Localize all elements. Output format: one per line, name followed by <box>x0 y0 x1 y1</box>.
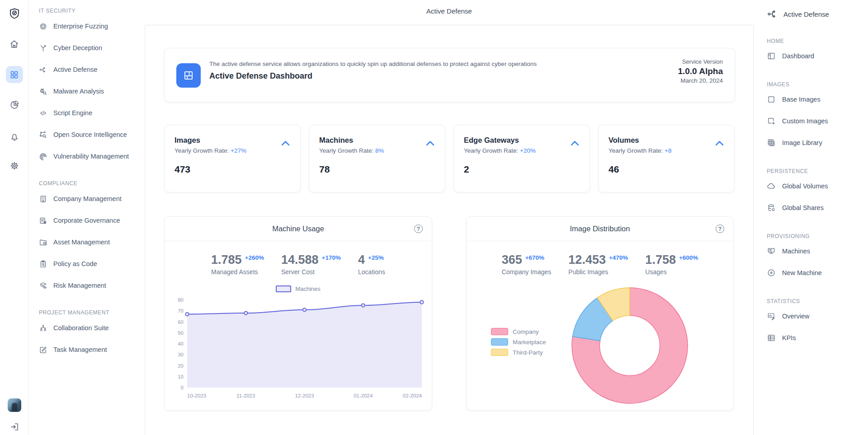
stat-value: 46 <box>609 164 724 175</box>
nav-item-image-library[interactable]: Image Library <box>764 132 864 154</box>
bullseye-icon <box>39 22 47 31</box>
table-icon <box>767 333 776 342</box>
help-icon[interactable]: ? <box>414 225 423 233</box>
legend-swatch-company <box>491 328 508 335</box>
machine-usage-kpis: 1.785+260% Managed Assets 14.588+170% Se… <box>165 253 432 276</box>
section-title-images: IMAGES <box>764 80 864 89</box>
stat-growth: Yearly Growth Rate: +27% <box>175 147 290 154</box>
legend-swatch-marketplace <box>491 338 508 346</box>
sidebar-item-enterprise-fuzzing[interactable]: Enterprise Fuzzing <box>39 15 145 37</box>
kpi-locations: 4+25% Locations <box>358 253 385 276</box>
sidebar-item-cyber-deception[interactable]: Cyber Deception <box>39 37 145 59</box>
sidebar-item-company-management[interactable]: Company Management <box>39 188 145 210</box>
sidebar-item-active-defense[interactable]: Active Defense <box>39 59 145 80</box>
sidebar-item-risk-management[interactable]: Risk Management <box>39 275 145 296</box>
svg-text:01-2024: 01-2024 <box>354 393 373 398</box>
section-title-provisioning: PROVISIONING <box>764 232 864 240</box>
nav-item-machines[interactable]: Machines <box>764 240 864 262</box>
layout-icon <box>767 51 776 61</box>
square-icon <box>767 95 776 104</box>
overview-description: The active defense service allows organi… <box>209 61 537 67</box>
svg-text:80: 80 <box>178 297 184 303</box>
sidebar-item-malware-analysis[interactable]: Malware Analysis <box>39 80 145 102</box>
flow-branch-icon <box>767 8 778 20</box>
nav-item-dashboard[interactable]: Dashboard <box>764 45 864 67</box>
code-icon <box>39 109 47 117</box>
section-title-home: HOME <box>764 37 864 45</box>
user-avatar[interactable] <box>8 398 21 412</box>
machines-area-chart: 0102030405060708010-202311-202312-202301… <box>171 296 426 401</box>
org-chart-icon <box>39 324 47 332</box>
sidebar-item-policy-as-code[interactable]: Policy as Code <box>39 253 145 275</box>
settings-gear-icon[interactable] <box>6 157 23 174</box>
square-plus-icon <box>767 117 776 126</box>
chevron-up-icon[interactable] <box>569 138 580 149</box>
line-legend[interactable]: Machines <box>165 285 432 292</box>
section-title-compliance: COMPLIANCE <box>39 179 145 188</box>
stat-value: 473 <box>175 164 290 175</box>
clipboard-icon <box>39 260 47 268</box>
svg-text:20: 20 <box>178 363 184 369</box>
sidebar-item-collaboration-suite[interactable]: Collaboration Suite <box>39 317 145 339</box>
grid-stack-icon <box>767 138 776 147</box>
sidebar-item-asset-management[interactable]: Asset Management <box>39 231 145 253</box>
stat-card-images: Images Yearly Growth Rate: +27% 473 <box>164 125 301 192</box>
donut-legend: Company Marketplace Third-Party <box>491 328 546 359</box>
chevron-up-icon[interactable] <box>280 138 291 149</box>
svg-text:02-2024: 02-2024 <box>403 393 422 398</box>
chevron-up-icon[interactable] <box>425 138 436 149</box>
server-icon <box>767 247 776 256</box>
sidebar-item-task-management[interactable]: Task Management <box>39 339 145 360</box>
kpi-managed-assets: 1.785+260% Managed Assets <box>211 253 264 276</box>
stat-card-machines: Machines Yearly Growth Rate: 8% 78 <box>309 125 445 192</box>
sidebar-item-open-source-intelligence[interactable]: Open Source Intelligence <box>39 124 145 145</box>
report-chart-icon <box>767 312 776 321</box>
nav-item-overview[interactable]: Overview <box>764 305 864 327</box>
section-title-it-security: IT SECURITY <box>39 6 145 15</box>
chevron-up-icon[interactable] <box>714 138 725 149</box>
sidebar-item-script-engine[interactable]: Script Engine <box>39 102 145 124</box>
app-logo-shield-icon <box>6 6 23 22</box>
building-icon <box>39 195 47 203</box>
stat-card-volumes: Volumes Yearly Growth Rate: +8 46 <box>598 125 735 192</box>
legend-item-third-party[interactable]: Third-Party <box>491 349 546 356</box>
nav-item-global-volumes[interactable]: Global Volumes <box>764 175 864 197</box>
section-title-statistics: STATISTICS <box>764 297 864 305</box>
legend-item-marketplace[interactable]: Marketplace <box>491 338 546 346</box>
svg-text:30: 30 <box>178 352 184 357</box>
document-gear-icon <box>39 216 47 225</box>
nav-item-base-images[interactable]: Base Images <box>764 89 864 110</box>
nav-item-kpis[interactable]: KPIs <box>764 327 864 349</box>
svg-text:50: 50 <box>178 330 184 336</box>
pie-chart-icon[interactable] <box>6 96 23 113</box>
legend-label-machines: Machines <box>295 285 321 292</box>
logout-icon[interactable] <box>6 418 23 435</box>
stat-title: Edge Gateways <box>464 136 580 145</box>
svg-text:11-2023: 11-2023 <box>236 393 255 398</box>
bug-search-icon <box>39 87 47 96</box>
dashboard-tile-icon <box>176 63 201 88</box>
fingerprint-icon <box>39 152 47 161</box>
svg-text:40: 40 <box>178 341 184 346</box>
home-icon[interactable] <box>6 35 23 52</box>
nav-item-global-shares[interactable]: Global Shares <box>764 197 864 219</box>
service-version-block: Service Version 1.0.0 Alpha March 20, 20… <box>678 58 723 84</box>
apps-grid-icon[interactable] <box>6 66 23 83</box>
svg-text:10-2023: 10-2023 <box>187 393 206 398</box>
stat-title: Machines <box>319 136 435 145</box>
section-title-project-management: PROJECT MANAGEMENT <box>39 308 145 317</box>
edit-square-icon <box>39 346 47 354</box>
sidebar-item-corporate-governance[interactable]: Corporate Governance <box>39 210 145 231</box>
help-icon[interactable]: ? <box>716 225 724 233</box>
nav-item-new-machine[interactable]: New Machine <box>764 262 864 284</box>
card-title: Image Distribution <box>570 225 630 233</box>
database-icon <box>767 203 776 212</box>
section-title-persistence: PERSISTENCE <box>764 167 864 175</box>
nav-item-custom-images[interactable]: Custom Images <box>764 110 864 132</box>
notifications-bell-icon[interactable] <box>6 128 23 145</box>
stat-card-edge-gateways: Edge Gateways Yearly Growth Rate: +20% 2 <box>453 125 590 192</box>
fork-branch-icon <box>39 44 47 52</box>
sidebar-item-vulnerability-management[interactable]: Vulnerability Management <box>39 145 145 167</box>
legend-item-company[interactable]: Company <box>491 328 546 335</box>
legend-swatch-third-party <box>491 349 508 356</box>
